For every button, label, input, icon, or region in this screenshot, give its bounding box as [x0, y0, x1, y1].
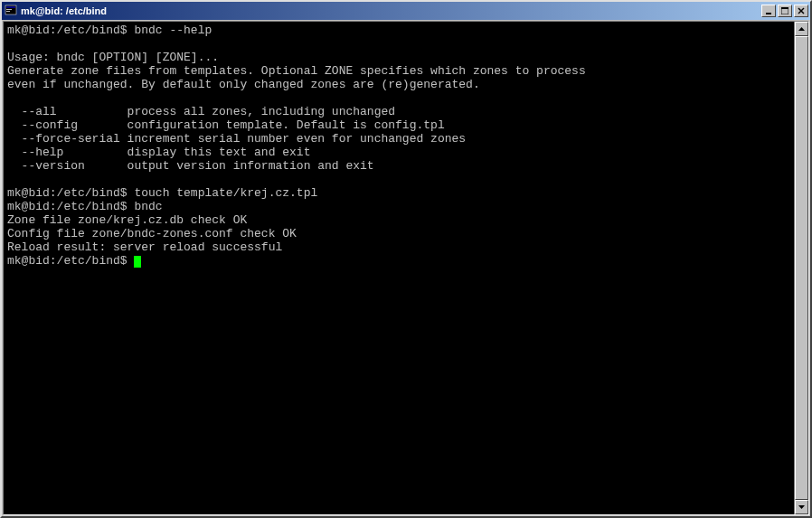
shell-prompt: mk@bid:/etc/bind$	[7, 254, 127, 268]
svg-rect-4	[766, 13, 771, 14]
maximize-button[interactable]	[778, 5, 792, 17]
prompt-line: mk@bid:/etc/bind$ touch template/krej.cz…	[7, 186, 790, 200]
terminal-container: mk@bid:/etc/bind$ bndc --help Usage: bnd…	[3, 21, 809, 515]
output-line: --config configuration template. Default…	[7, 118, 790, 132]
svg-marker-9	[798, 27, 805, 31]
window-controls	[760, 5, 808, 17]
prompt-line: mk@bid:/etc/bind$	[7, 254, 790, 268]
scroll-thumb[interactable]	[795, 36, 808, 500]
scroll-up-button[interactable]	[795, 22, 808, 36]
output-line: --version output version information and…	[7, 159, 790, 173]
svg-rect-1	[6, 6, 15, 8]
shell-prompt: mk@bid:/etc/bind$	[7, 186, 127, 200]
command-text: bndc --help	[134, 24, 212, 37]
terminal-output[interactable]: mk@bid:/etc/bind$ bndc --help Usage: bnd…	[4, 22, 794, 514]
output-line: Config file zone/bndc-zones.conf check O…	[7, 227, 790, 240]
command-text: bndc	[134, 200, 162, 213]
shell-prompt: mk@bid:/etc/bind$	[7, 24, 127, 37]
close-button[interactable]	[794, 5, 808, 17]
output-line: --help display this text and exit	[7, 146, 790, 159]
output-line: --force-serial increment serial number e…	[7, 132, 790, 146]
cursor-icon	[134, 256, 141, 268]
output-line: Reload result: server reload successful	[7, 240, 790, 254]
shell-prompt: mk@bid:/etc/bind$	[7, 200, 127, 213]
scroll-down-button[interactable]	[795, 500, 808, 514]
command-text: touch template/krej.cz.tpl	[134, 186, 317, 200]
svg-rect-6	[781, 7, 788, 9]
output-line: Generate zone files from templates. Opti…	[7, 64, 790, 78]
svg-rect-2	[6, 9, 12, 10]
scroll-track[interactable]	[795, 36, 808, 500]
vertical-scrollbar[interactable]	[794, 22, 808, 514]
output-line: --all process all zones, including uncha…	[7, 105, 790, 118]
titlebar[interactable]: mk@bid: /etc/bind	[2, 2, 810, 20]
blank-line	[7, 37, 790, 51]
prompt-line: mk@bid:/etc/bind$ bndc	[7, 200, 790, 213]
blank-line	[7, 173, 790, 186]
prompt-line: mk@bid:/etc/bind$ bndc --help	[7, 24, 790, 37]
output-line: Usage: bndc [OPTION] [ZONE]...	[7, 51, 790, 64]
window-title: mk@bid: /etc/bind	[21, 5, 760, 16]
app-icon	[4, 4, 18, 18]
output-line: Zone file zone/krej.cz.db check OK	[7, 213, 790, 227]
terminal-window: mk@bid: /etc/bind mk@bid:/etc/bind$ bndc…	[0, 0, 812, 518]
minimize-button[interactable]	[761, 5, 776, 17]
output-line: even if unchanged. By default only chang…	[7, 78, 790, 91]
svg-rect-3	[6, 11, 10, 12]
svg-marker-10	[798, 505, 805, 509]
blank-line	[7, 91, 790, 105]
